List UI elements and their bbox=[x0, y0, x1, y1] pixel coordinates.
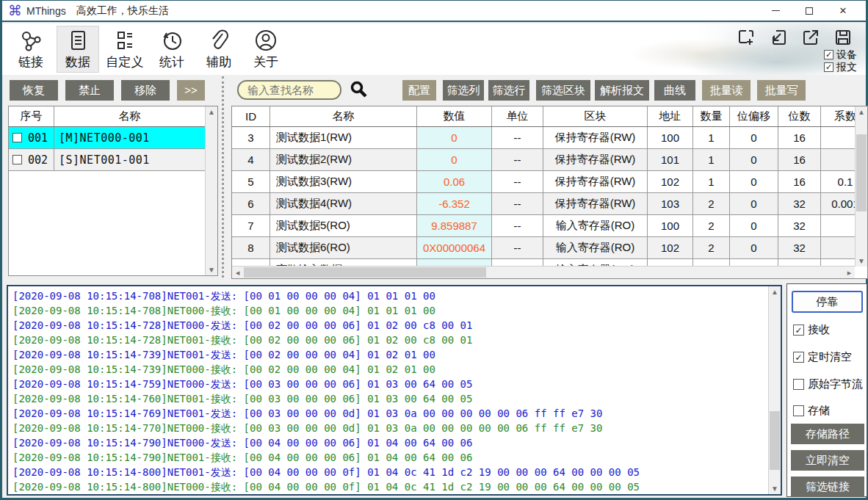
nav-item-stats[interactable]: 统计 bbox=[151, 26, 193, 73]
store-label: 存储 bbox=[808, 404, 830, 418]
cell-bitoff: 0 bbox=[730, 215, 778, 236]
cell-unit: -- bbox=[492, 193, 543, 214]
device-list-scrollbar[interactable]: ▲ ▼ bbox=[205, 106, 217, 275]
filter-block-button[interactable]: 筛选区块 bbox=[536, 80, 590, 101]
table-row[interactable]: 4测试数据2(RW)0--保持寄存器(RW)1011016 bbox=[232, 149, 868, 171]
nav-label: 数据 bbox=[65, 54, 90, 70]
custom-icon bbox=[113, 29, 137, 52]
cell-block: 输入寄存器(RO) bbox=[543, 215, 648, 236]
disable-button[interactable]: 禁止 bbox=[65, 80, 114, 101]
maximize-button[interactable] bbox=[792, 1, 826, 21]
cell-bitoff: 0 bbox=[730, 193, 778, 214]
parse-message-button[interactable]: 解析报文 bbox=[595, 80, 649, 101]
nav-item-about[interactable]: 关于 bbox=[245, 26, 287, 73]
receive-toggle[interactable]: 接收 bbox=[793, 323, 830, 337]
nav-label: 链接 bbox=[18, 54, 43, 70]
cell-value: -6.352 bbox=[417, 193, 492, 214]
cell-block: 输入寄存器(RO) bbox=[543, 237, 648, 258]
filter-links-button[interactable]: 筛选链接 bbox=[791, 477, 864, 497]
log-line: [2020-09-08 10:15:14-769]NET001-发送: [00 … bbox=[12, 406, 767, 421]
receive-checkbox[interactable] bbox=[793, 325, 804, 336]
col-id[interactable]: ID bbox=[232, 106, 270, 126]
batch-read-button[interactable]: 批量读 bbox=[702, 80, 751, 101]
nav-item-assist[interactable]: 辅助 bbox=[198, 26, 240, 73]
log-line: [2020-09-08 10:15:14-759]NET000-发送: [00 … bbox=[12, 377, 767, 391]
device-row[interactable]: 001[M]NET000-001 bbox=[9, 127, 206, 149]
cell-bitoff: 0 bbox=[730, 171, 778, 192]
search-input[interactable] bbox=[237, 80, 341, 100]
device-toggle[interactable]: 设备 bbox=[824, 48, 857, 61]
nav-item-custom[interactable]: 自定义 bbox=[104, 26, 146, 73]
col-bitoffset[interactable]: 位偏移 bbox=[730, 106, 778, 126]
table-row[interactable]: 6测试数据4(RW)-6.352--保持寄存器(RW)10320320.001 bbox=[232, 193, 868, 215]
cell-addr: 102 bbox=[648, 171, 693, 192]
col-qty[interactable]: 数量 bbox=[693, 106, 730, 126]
device-row-checkbox[interactable] bbox=[12, 133, 22, 142]
data-table-hscrollbar[interactable]: ◂ ▸ bbox=[232, 266, 855, 278]
restore-button[interactable]: 恢复 bbox=[10, 80, 58, 101]
cell-bits: 32 bbox=[778, 193, 821, 214]
close-button[interactable]: ✕ bbox=[826, 1, 860, 21]
clear-now-button[interactable]: 立即清空 bbox=[791, 450, 864, 471]
remove-button[interactable]: 移除 bbox=[121, 80, 170, 101]
message-toggle[interactable]: 报文 bbox=[824, 61, 857, 73]
store-path-button[interactable]: 存储路径 bbox=[791, 424, 864, 444]
cell-name: 测试数据4(RW) bbox=[270, 193, 417, 214]
table-row[interactable]: 7测试数据5(RO)9.859887--输入寄存器(RO)1002032 bbox=[232, 215, 868, 237]
table-row[interactable]: 3测试数据1(RW)0--保持寄存器(RW)1001016 bbox=[232, 127, 868, 149]
import-icon[interactable] bbox=[769, 28, 788, 47]
col-unit[interactable]: 单位 bbox=[492, 106, 543, 126]
new-window-icon[interactable] bbox=[737, 28, 756, 47]
log-line: [2020-09-08 10:15:14-800]NET001-发送: [00 … bbox=[12, 465, 767, 479]
timed-clear-checkbox[interactable] bbox=[793, 352, 804, 363]
panel-splitter[interactable] bbox=[222, 76, 224, 278]
data-table-vscrollbar[interactable]: ▲ ▼ bbox=[855, 106, 867, 267]
table-row[interactable]: 8测试数据6(RO)0X00000064--输入寄存器(RO)1022032 bbox=[232, 237, 868, 259]
device-row-num: 002 bbox=[28, 153, 48, 167]
col-addr[interactable]: 地址 bbox=[648, 106, 693, 126]
log-scrollbar[interactable]: ▲ ▼ bbox=[768, 286, 781, 494]
cell-id: 4 bbox=[232, 149, 270, 170]
store-checkbox[interactable] bbox=[793, 405, 804, 416]
cell-name: 测试数据3(RW) bbox=[270, 171, 417, 192]
minimize-button[interactable] bbox=[759, 1, 792, 21]
log-line: [2020-09-08 10:15:14-739]NET000-接收: [00 … bbox=[12, 362, 767, 377]
batch-write-button[interactable]: 批量写 bbox=[757, 80, 806, 101]
cell-addr: 102 bbox=[648, 237, 693, 258]
nav-label: 自定义 bbox=[106, 54, 144, 70]
message-checkbox[interactable] bbox=[824, 62, 833, 72]
col-name[interactable]: 名称 bbox=[270, 106, 417, 126]
save-icon[interactable] bbox=[833, 28, 853, 47]
filter-column-button[interactable]: 筛选列 bbox=[443, 80, 484, 101]
filter-row-button[interactable]: 筛选行 bbox=[488, 80, 529, 101]
nav-item-link[interactable]: 链接 bbox=[10, 26, 52, 73]
store-toggle[interactable]: 存储 bbox=[793, 404, 830, 418]
search-icon[interactable] bbox=[349, 79, 369, 103]
cell-block: 保持寄存器(RW) bbox=[543, 193, 648, 214]
device-row[interactable]: 002[S]NET001-001 bbox=[9, 149, 206, 171]
col-value[interactable]: 数值 bbox=[417, 106, 492, 126]
data-icon bbox=[66, 29, 90, 52]
log-lines: [2020-09-08 10:15:14-708]NET001-发送: [00 … bbox=[12, 289, 767, 494]
timed-clear-toggle[interactable]: 定时清空 bbox=[793, 350, 852, 364]
raw-bytes-toggle[interactable]: 原始字节流 bbox=[793, 377, 863, 391]
col-bits[interactable]: 位数 bbox=[778, 106, 821, 126]
cell-value: 0X00000064 bbox=[417, 237, 492, 258]
title-bar: ⌘ MThings 高效工作，快乐生活 ✕ bbox=[2, 1, 866, 22]
nav-item-data[interactable]: 数据 bbox=[57, 26, 99, 73]
cell-id: 8 bbox=[232, 237, 270, 258]
device-checkbox[interactable] bbox=[824, 50, 833, 59]
message-log-panel[interactable]: [2020-09-08 10:15:14-708]NET001-发送: [00 … bbox=[7, 285, 782, 496]
cell-bits: 16 bbox=[778, 149, 821, 170]
curve-button[interactable]: 曲线 bbox=[654, 80, 695, 101]
export-icon[interactable] bbox=[801, 28, 820, 47]
table-row[interactable]: 5测试数据3(RW)0.06--保持寄存器(RW)10210160.1 bbox=[232, 171, 868, 193]
dock-button[interactable]: 停靠 bbox=[792, 291, 863, 313]
raw-bytes-checkbox[interactable] bbox=[793, 379, 804, 390]
cell-block: 保持寄存器(RW) bbox=[543, 127, 648, 148]
expand-button[interactable]: >> bbox=[177, 80, 205, 101]
col-block[interactable]: 区块 bbox=[543, 106, 648, 126]
config-button[interactable]: 配置 bbox=[402, 80, 436, 101]
cell-block: 保持寄存器(RW) bbox=[543, 171, 648, 192]
device-row-checkbox[interactable] bbox=[12, 155, 22, 164]
